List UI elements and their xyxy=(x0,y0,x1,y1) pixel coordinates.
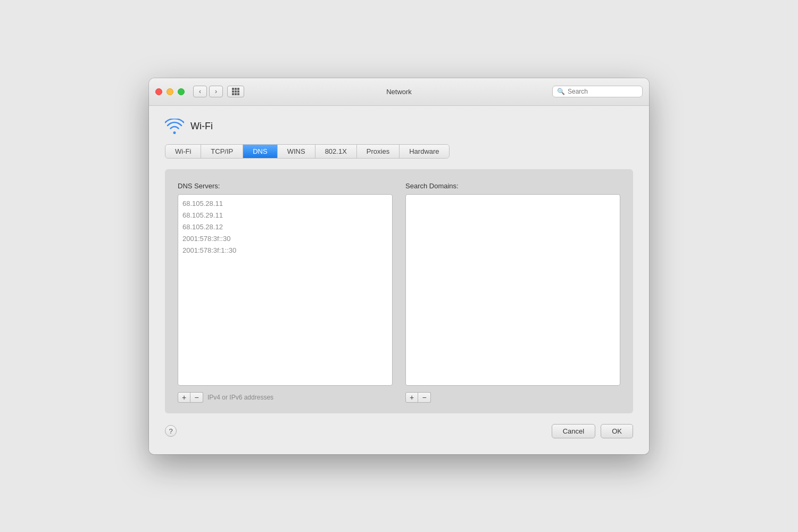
footer-buttons: Cancel OK xyxy=(552,424,633,438)
grid-icon xyxy=(232,88,239,95)
cancel-button[interactable]: Cancel xyxy=(552,424,595,438)
dns-hint-text: IPv4 or IPv6 addresses xyxy=(207,394,273,401)
back-button[interactable]: ‹ xyxy=(193,86,207,97)
list-item: 68.105.28.11 xyxy=(182,198,388,210)
footer: ? Cancel OK xyxy=(165,413,633,438)
window-title: Network xyxy=(386,88,412,96)
main-window: ‹ › Network 🔍 Wi- xyxy=(149,78,649,454)
tab-bar: Wi-Fi TCP/IP DNS WINS 802.1X Proxies Har… xyxy=(165,144,450,159)
list-item: 68.105.29.11 xyxy=(182,210,388,221)
help-button[interactable]: ? xyxy=(165,425,177,437)
columns: DNS Servers: 68.105.28.11 68.105.29.11 6… xyxy=(178,182,620,403)
dns-servers-column: DNS Servers: 68.105.28.11 68.105.29.11 6… xyxy=(178,182,393,403)
tab-hardware[interactable]: Hardware xyxy=(400,145,448,158)
search-domains-add-button[interactable]: + xyxy=(405,392,418,403)
nav-buttons: ‹ › xyxy=(193,86,244,97)
dns-panel: DNS Servers: 68.105.28.11 68.105.29.11 6… xyxy=(165,169,633,413)
close-button[interactable] xyxy=(155,88,162,95)
wifi-name: Wi-Fi xyxy=(190,121,213,132)
list-item: 2001:578:3f::30 xyxy=(182,233,388,245)
forward-button[interactable]: › xyxy=(209,86,223,97)
titlebar: ‹ › Network 🔍 xyxy=(149,78,649,106)
search-domains-list[interactable] xyxy=(405,194,620,386)
grid-view-button[interactable] xyxy=(227,86,244,97)
ok-button[interactable]: OK xyxy=(601,424,633,438)
minimize-button[interactable] xyxy=(167,88,173,95)
search-icon: 🔍 xyxy=(557,88,565,95)
list-item: 2001:578:3f:1::30 xyxy=(182,245,388,256)
dns-servers-list[interactable]: 68.105.28.11 68.105.29.11 68.105.28.12 2… xyxy=(178,194,393,386)
tab-wins[interactable]: WINS xyxy=(278,145,315,158)
tab-proxies[interactable]: Proxies xyxy=(357,145,400,158)
dns-servers-controls: + − IPv4 or IPv6 addresses xyxy=(178,392,393,403)
search-bar: 🔍 xyxy=(552,86,643,97)
search-domains-remove-button[interactable]: − xyxy=(418,392,431,403)
dns-servers-remove-button[interactable]: − xyxy=(190,392,203,403)
tab-tcpip[interactable]: TCP/IP xyxy=(201,145,243,158)
wifi-header: Wi-Fi xyxy=(165,119,633,135)
content-area: Wi-Fi Wi-Fi TCP/IP DNS WINS 802.1X Proxi… xyxy=(149,106,649,454)
dns-servers-add-button[interactable]: + xyxy=(178,392,190,403)
maximize-button[interactable] xyxy=(178,88,185,95)
search-domains-column: Search Domains: + − xyxy=(405,182,620,403)
tab-8021x[interactable]: 802.1X xyxy=(315,145,357,158)
tab-dns[interactable]: DNS xyxy=(243,145,277,158)
list-item: 68.105.28.12 xyxy=(182,221,388,233)
dns-servers-label: DNS Servers: xyxy=(178,182,393,190)
search-input[interactable] xyxy=(568,88,638,95)
search-domains-controls: + − xyxy=(405,392,620,403)
tab-wifi[interactable]: Wi-Fi xyxy=(165,145,201,158)
wifi-icon xyxy=(165,119,184,135)
traffic-lights xyxy=(155,88,185,95)
search-domains-label: Search Domains: xyxy=(405,182,620,190)
